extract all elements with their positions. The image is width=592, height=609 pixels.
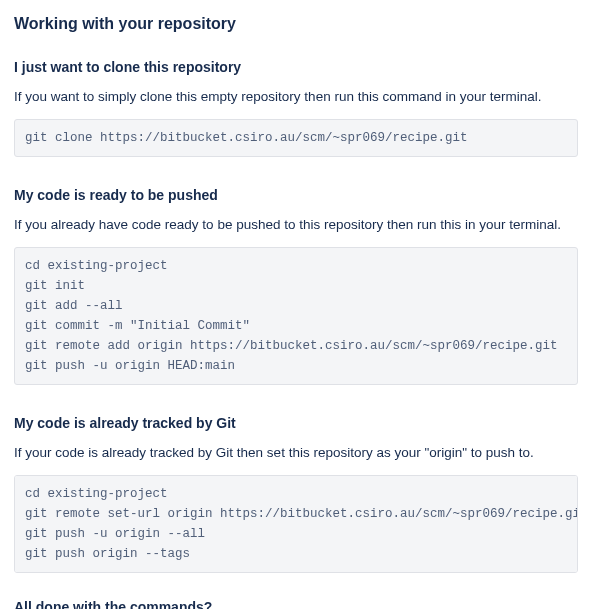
tracked-section-desc: If your code is already tracked by Git t…	[14, 443, 578, 463]
clone-section-heading: I just want to clone this repository	[14, 57, 578, 77]
tracked-code-block: cd existing-project git remote set-url o…	[14, 475, 578, 573]
push-section-heading: My code is ready to be pushed	[14, 185, 578, 205]
push-code-block: cd existing-project git init git add --a…	[14, 247, 578, 385]
page-title: Working with your repository	[14, 12, 578, 35]
footer-heading: All done with the commands?	[14, 597, 578, 609]
clone-section-desc: If you want to simply clone this empty r…	[14, 87, 578, 107]
clone-code-block: git clone https://bitbucket.csiro.au/scm…	[14, 119, 578, 157]
tracked-section-heading: My code is already tracked by Git	[14, 413, 578, 433]
push-section-desc: If you already have code ready to be pus…	[14, 215, 578, 235]
